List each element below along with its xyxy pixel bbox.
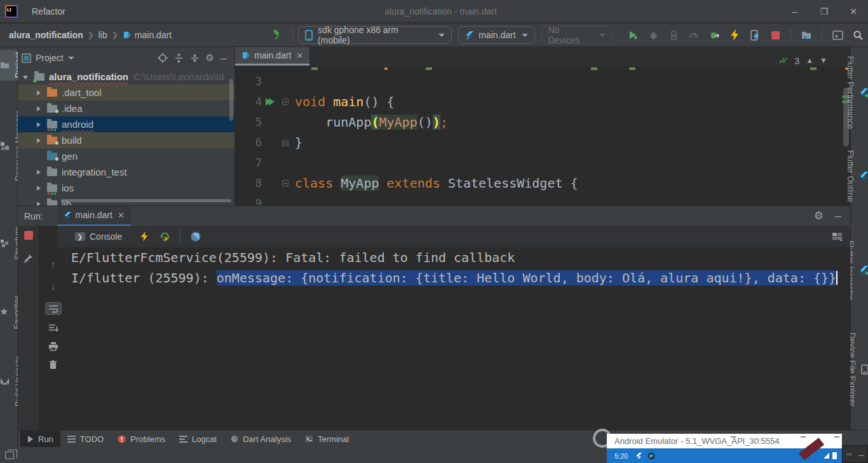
bottom-tab-todo[interactable]: TODO [60, 431, 111, 448]
emulator-title: Android Emulator - 5.1_WVGA_API_30:5554 [614, 436, 779, 446]
breadcrumb-lib[interactable]: lib [98, 30, 107, 40]
horizontal-scrollbar[interactable] [61, 199, 231, 202]
next-problem-icon[interactable]: ▼ [820, 56, 827, 65]
emulator-volume-icon[interactable]: – [858, 449, 864, 460]
minimize-button[interactable]: – [780, 0, 810, 23]
stripe-flutter-inspector[interactable]: Flutter Inspector [851, 238, 868, 303]
pin-tab-icon[interactable] [24, 254, 33, 263]
fold-toggle-icon[interactable]: − [278, 180, 292, 186]
breadcrumb-file[interactable]: main.dart [135, 30, 172, 40]
build-hammer-icon[interactable] [269, 27, 285, 43]
toolbar-divider [292, 28, 293, 42]
prev-problem-icon[interactable]: ▲ [806, 56, 813, 65]
close-button[interactable]: ✕ [839, 0, 868, 23]
left-tool-stripe: ProjectResource ManagerStructure★Favorit… [0, 47, 18, 448]
stripe-build-variants[interactable]: Build Variants [0, 354, 18, 409]
flutter-attach-button[interactable] [706, 27, 722, 43]
run-config-dropdown[interactable]: main.dart [458, 26, 534, 44]
locate-file-icon[interactable] [158, 53, 168, 63]
device-selector-dropdown[interactable]: sdk gphone x86 arm (mobile) [298, 26, 452, 44]
close-tab-icon[interactable]: ✕ [296, 51, 303, 60]
collapse-all-icon[interactable] [190, 53, 200, 63]
console-line-2[interactable]: I/flutter (25599): onMessage: {notificat… [67, 268, 850, 288]
clear-console-icon[interactable] [49, 360, 57, 370]
code-line-8[interactable]: 8−class MyApp extends StatelessWidget { [235, 173, 850, 193]
stripe-flutter-performance[interactable]: Flutter Performance [851, 53, 868, 132]
dart-icon [231, 435, 238, 443]
emulator-close-icon[interactable] [834, 436, 839, 438]
code-area[interactable]: 34−void main() {5 runApp(MyApp());6}78−c… [235, 71, 850, 205]
hot-reload-console-button[interactable] [136, 228, 153, 245]
run-button[interactable] [625, 27, 641, 43]
emulator-screen[interactable]: 5:20 P [607, 448, 842, 463]
emulator-maximize-icon[interactable] [801, 436, 806, 438]
bottom-tab-problems[interactable]: Problems [111, 431, 172, 448]
stripe-flutter-outline[interactable]: Flutter Outline [851, 148, 868, 205]
chevron-down-icon[interactable] [68, 57, 74, 60]
hide-panel-icon[interactable]: – [835, 209, 841, 223]
emulator-power-icon[interactable]: ⎓ [846, 450, 852, 459]
stop-process-button[interactable] [24, 231, 33, 240]
fold-end-icon[interactable] [278, 139, 292, 146]
emulator-side-toolbar[interactable]: ⎓ – [842, 445, 868, 463]
stripe-device-file-explorer[interactable]: Device File Explorer [851, 330, 868, 409]
tree-item-build[interactable]: ✱build [18, 132, 234, 148]
code-line-4[interactable]: 4−void main() { [235, 92, 850, 112]
hot-reload-button[interactable] [726, 27, 743, 43]
run-settings-gear-icon[interactable]: ⚙ [814, 209, 824, 223]
tree-item-android[interactable]: android [18, 116, 234, 132]
settings-gear-icon[interactable]: ⚙ [206, 52, 214, 64]
stripe-project[interactable]: Project [0, 50, 18, 80]
emulator-minimize-icon[interactable] [731, 436, 736, 438]
bottom-tab-terminal[interactable]: Terminal [298, 431, 356, 448]
search-everywhere-icon[interactable] [850, 27, 866, 43]
close-tab-icon[interactable]: ✕ [118, 211, 125, 220]
tree-item-integration_test[interactable]: integration_test [18, 164, 234, 180]
tree-item-root[interactable]: alura_notificationC:\Users\Leonardo\Id [18, 69, 234, 85]
console-tab[interactable]: ❯ Console [70, 232, 127, 242]
tree-item-idea[interactable]: ✱.idea [18, 100, 234, 116]
selected-log-text[interactable]: onMessage: {notification: {title: Hello … [217, 270, 836, 286]
code-line-9[interactable]: 9 [235, 193, 850, 205]
console-line-1[interactable]: E/FlutterFcmService(25599): Fatal: faile… [67, 247, 850, 268]
up-stacktrace-icon[interactable]: ↑ [50, 259, 56, 272]
project-panel-title[interactable]: Project [36, 53, 64, 63]
fold-toggle-icon[interactable]: − [278, 99, 292, 105]
hot-restart-button[interactable] [747, 27, 763, 43]
code-line-5[interactable]: 5 runApp(MyApp()); [235, 112, 850, 132]
hide-panel-icon[interactable]: – [220, 52, 227, 65]
project-structure-icon[interactable] [798, 27, 815, 43]
tree-item-gen[interactable]: ✱gen [18, 148, 234, 164]
editor-tab-main-dart[interactable]: main.dart ✕ [235, 47, 309, 66]
stripe-resource-manager[interactable]: Resource Manager [0, 108, 18, 184]
expand-all-icon[interactable] [174, 53, 184, 63]
bottom-tab-logcat[interactable]: Logcat [172, 431, 224, 448]
console-layout-icon[interactable] [829, 228, 845, 245]
running-devices-icon[interactable] [829, 27, 846, 43]
run-tab-main-dart[interactable]: main.dart ✕ [57, 206, 131, 226]
print-icon[interactable] [48, 342, 58, 351]
console-output[interactable]: E/FlutterFcmService(25599): Fatal: faile… [67, 247, 850, 430]
soft-wrap-toggle[interactable] [45, 302, 62, 315]
tree-item-ios[interactable]: ios [18, 180, 234, 196]
vertical-scrollbar[interactable] [229, 79, 233, 121]
bottom-tab-dart-analysis[interactable]: Dart Analysis [224, 431, 298, 448]
stripe-structure[interactable]: Structure [0, 224, 18, 263]
stop-button[interactable] [767, 27, 783, 43]
code-line-6[interactable]: 6} [235, 132, 850, 153]
run-main-gutter-icon[interactable] [262, 98, 278, 106]
tree-item-dart_tool[interactable]: .dart_tool [18, 85, 234, 100]
maximize-button[interactable]: ❐ [810, 0, 839, 23]
menu-refactor[interactable]: Refactor [25, 0, 73, 23]
code-line-7[interactable]: 7 [235, 153, 850, 173]
restore-tool-windows-icon[interactable] [5, 452, 14, 459]
bottom-tab-run[interactable]: Run [20, 431, 60, 448]
scroll-to-end-icon[interactable] [48, 324, 58, 333]
breadcrumb-project[interactable]: alura_notification [9, 30, 83, 40]
down-stacktrace-icon[interactable]: ↓ [50, 280, 56, 293]
inspection-widget[interactable]: ✓✓ 3 ▲ ▼ [778, 55, 827, 66]
code-line-3[interactable]: 3 [235, 71, 850, 92]
devtools-icon[interactable] [187, 228, 204, 245]
stripe-favorites[interactable]: ★Favorites [0, 293, 18, 331]
hot-restart-console-button[interactable] [156, 228, 173, 245]
